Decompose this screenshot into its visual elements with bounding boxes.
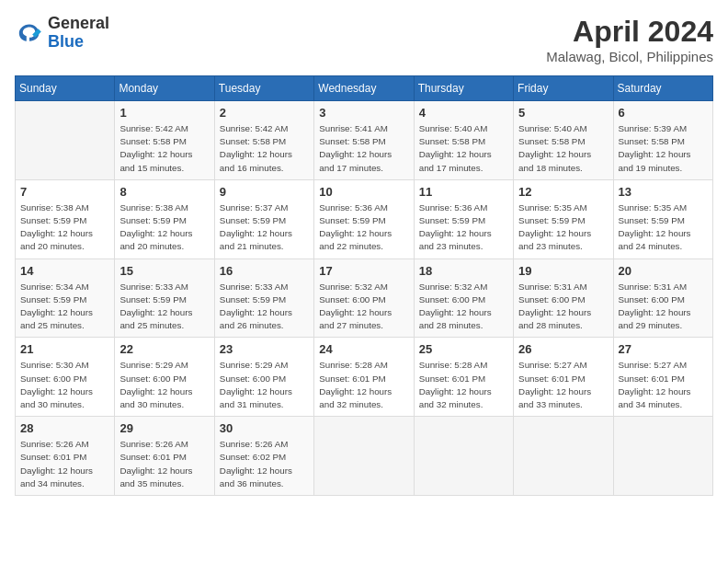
calendar-cell: 28Sunrise: 5:26 AM Sunset: 6:01 PM Dayli… [16, 417, 115, 496]
location-subtitle: Malawag, Bicol, Philippines [546, 49, 713, 64]
day-info: Sunrise: 5:26 AM Sunset: 6:02 PM Dayligh… [220, 438, 309, 490]
calendar-week-row: 1Sunrise: 5:42 AM Sunset: 5:58 PM Daylig… [16, 101, 713, 180]
calendar-cell: 4Sunrise: 5:40 AM Sunset: 5:58 PM Daylig… [414, 101, 513, 180]
weekday-header: Thursday [414, 76, 513, 101]
calendar-cell: 1Sunrise: 5:42 AM Sunset: 5:58 PM Daylig… [115, 101, 214, 180]
calendar-cell: 24Sunrise: 5:28 AM Sunset: 6:01 PM Dayli… [314, 338, 414, 417]
calendar-cell [414, 417, 513, 496]
day-info: Sunrise: 5:35 AM Sunset: 5:59 PM Dayligh… [518, 201, 608, 254]
day-number: 5 [518, 106, 608, 120]
calendar-cell: 7Sunrise: 5:38 AM Sunset: 5:59 PM Daylig… [16, 179, 115, 259]
calendar-cell: 5Sunrise: 5:40 AM Sunset: 5:58 PM Daylig… [514, 101, 613, 180]
day-info: Sunrise: 5:29 AM Sunset: 6:00 PM Dayligh… [220, 359, 309, 411]
day-info: Sunrise: 5:29 AM Sunset: 6:00 PM Dayligh… [119, 359, 209, 411]
day-info: Sunrise: 5:42 AM Sunset: 5:58 PM Dayligh… [119, 122, 209, 175]
calendar-cell: 21Sunrise: 5:30 AM Sunset: 6:00 PM Dayli… [16, 338, 115, 417]
day-number: 23 [220, 342, 309, 356]
day-info: Sunrise: 5:31 AM Sunset: 6:00 PM Dayligh… [619, 281, 708, 333]
day-number: 20 [619, 264, 708, 278]
day-number: 14 [20, 264, 109, 278]
calendar-cell: 15Sunrise: 5:33 AM Sunset: 5:59 PM Dayli… [115, 259, 214, 338]
day-info: Sunrise: 5:31 AM Sunset: 6:00 PM Dayligh… [518, 281, 608, 333]
day-number: 29 [119, 421, 209, 435]
day-number: 12 [518, 185, 608, 199]
calendar-cell: 9Sunrise: 5:37 AM Sunset: 5:59 PM Daylig… [214, 179, 313, 259]
calendar-cell: 25Sunrise: 5:28 AM Sunset: 6:01 PM Dayli… [414, 338, 513, 417]
day-number: 25 [419, 342, 508, 356]
day-number: 26 [518, 342, 608, 356]
day-info: Sunrise: 5:37 AM Sunset: 5:59 PM Dayligh… [220, 201, 309, 254]
day-info: Sunrise: 5:38 AM Sunset: 5:59 PM Dayligh… [20, 201, 109, 254]
calendar-cell: 13Sunrise: 5:35 AM Sunset: 5:59 PM Dayli… [613, 179, 712, 259]
day-number: 6 [619, 106, 708, 120]
day-number: 27 [619, 342, 708, 356]
calendar-cell: 23Sunrise: 5:29 AM Sunset: 6:00 PM Dayli… [214, 338, 313, 417]
calendar-week-row: 14Sunrise: 5:34 AM Sunset: 5:59 PM Dayli… [16, 259, 713, 338]
calendar-cell: 10Sunrise: 5:36 AM Sunset: 5:59 PM Dayli… [314, 179, 414, 259]
day-info: Sunrise: 5:40 AM Sunset: 5:58 PM Dayligh… [518, 122, 608, 175]
weekday-header: Sunday [16, 76, 115, 101]
day-info: Sunrise: 5:35 AM Sunset: 5:59 PM Dayligh… [619, 201, 708, 254]
day-number: 10 [319, 185, 408, 199]
calendar-cell [16, 101, 115, 180]
day-number: 8 [119, 185, 209, 199]
day-info: Sunrise: 5:33 AM Sunset: 5:59 PM Dayligh… [220, 281, 309, 333]
day-info: Sunrise: 5:32 AM Sunset: 6:00 PM Dayligh… [319, 281, 408, 333]
day-number: 11 [419, 185, 508, 199]
day-info: Sunrise: 5:28 AM Sunset: 6:01 PM Dayligh… [319, 359, 408, 411]
calendar-cell: 11Sunrise: 5:36 AM Sunset: 5:59 PM Dayli… [414, 179, 513, 259]
day-info: Sunrise: 5:36 AM Sunset: 5:59 PM Dayligh… [319, 201, 408, 254]
day-number: 15 [119, 264, 209, 278]
weekday-header: Friday [514, 76, 613, 101]
day-number: 13 [619, 185, 708, 199]
calendar-cell: 27Sunrise: 5:27 AM Sunset: 6:01 PM Dayli… [613, 338, 712, 417]
day-info: Sunrise: 5:26 AM Sunset: 6:01 PM Dayligh… [119, 438, 209, 490]
day-number: 18 [419, 264, 508, 278]
calendar-cell: 12Sunrise: 5:35 AM Sunset: 5:59 PM Dayli… [514, 179, 613, 259]
calendar-cell [613, 417, 712, 496]
day-number: 16 [220, 264, 309, 278]
calendar-cell: 3Sunrise: 5:41 AM Sunset: 5:58 PM Daylig… [314, 101, 414, 180]
day-info: Sunrise: 5:27 AM Sunset: 6:01 PM Dayligh… [518, 359, 608, 411]
day-info: Sunrise: 5:42 AM Sunset: 5:58 PM Dayligh… [220, 122, 309, 175]
calendar-cell: 19Sunrise: 5:31 AM Sunset: 6:00 PM Dayli… [514, 259, 613, 338]
day-number: 21 [20, 342, 109, 356]
calendar-cell: 16Sunrise: 5:33 AM Sunset: 5:59 PM Dayli… [214, 259, 313, 338]
calendar-table: SundayMondayTuesdayWednesdayThursdayFrid… [15, 75, 713, 496]
calendar-week-row: 28Sunrise: 5:26 AM Sunset: 6:01 PM Dayli… [16, 417, 713, 496]
day-info: Sunrise: 5:36 AM Sunset: 5:59 PM Dayligh… [419, 201, 508, 254]
day-info: Sunrise: 5:28 AM Sunset: 6:01 PM Dayligh… [419, 359, 508, 411]
calendar-cell: 8Sunrise: 5:38 AM Sunset: 5:59 PM Daylig… [115, 179, 214, 259]
day-info: Sunrise: 5:30 AM Sunset: 6:00 PM Dayligh… [20, 359, 109, 411]
calendar-cell: 20Sunrise: 5:31 AM Sunset: 6:00 PM Dayli… [613, 259, 712, 338]
calendar-cell: 22Sunrise: 5:29 AM Sunset: 6:00 PM Dayli… [115, 338, 214, 417]
day-number: 2 [220, 106, 309, 120]
calendar-week-row: 21Sunrise: 5:30 AM Sunset: 6:00 PM Dayli… [16, 338, 713, 417]
day-info: Sunrise: 5:34 AM Sunset: 5:59 PM Dayligh… [20, 281, 109, 333]
calendar-cell [314, 417, 414, 496]
day-number: 22 [119, 342, 209, 356]
title-area: April 2024 Malawag, Bicol, Philippines [546, 15, 713, 64]
day-info: Sunrise: 5:41 AM Sunset: 5:58 PM Dayligh… [319, 122, 408, 175]
calendar-cell: 2Sunrise: 5:42 AM Sunset: 5:58 PM Daylig… [214, 101, 313, 180]
weekday-header: Saturday [613, 76, 712, 101]
day-number: 1 [119, 106, 209, 120]
calendar-cell: 29Sunrise: 5:26 AM Sunset: 6:01 PM Dayli… [115, 417, 214, 496]
day-info: Sunrise: 5:27 AM Sunset: 6:01 PM Dayligh… [619, 359, 708, 411]
weekday-header: Tuesday [214, 76, 313, 101]
calendar-cell: 18Sunrise: 5:32 AM Sunset: 6:00 PM Dayli… [414, 259, 513, 338]
day-info: Sunrise: 5:32 AM Sunset: 6:00 PM Dayligh… [419, 281, 508, 333]
calendar-cell: 26Sunrise: 5:27 AM Sunset: 6:01 PM Dayli… [514, 338, 613, 417]
calendar-week-row: 7Sunrise: 5:38 AM Sunset: 5:59 PM Daylig… [16, 179, 713, 259]
day-number: 4 [419, 106, 508, 120]
day-number: 24 [319, 342, 408, 356]
day-info: Sunrise: 5:33 AM Sunset: 5:59 PM Dayligh… [119, 281, 209, 333]
day-number: 17 [319, 264, 408, 278]
day-number: 3 [319, 106, 408, 120]
calendar-header-row: SundayMondayTuesdayWednesdayThursdayFrid… [16, 76, 713, 101]
weekday-header: Monday [115, 76, 214, 101]
logo: General Blue [15, 15, 109, 52]
day-number: 9 [220, 185, 309, 199]
logo-icon [15, 18, 44, 48]
day-info: Sunrise: 5:26 AM Sunset: 6:01 PM Dayligh… [20, 438, 109, 490]
